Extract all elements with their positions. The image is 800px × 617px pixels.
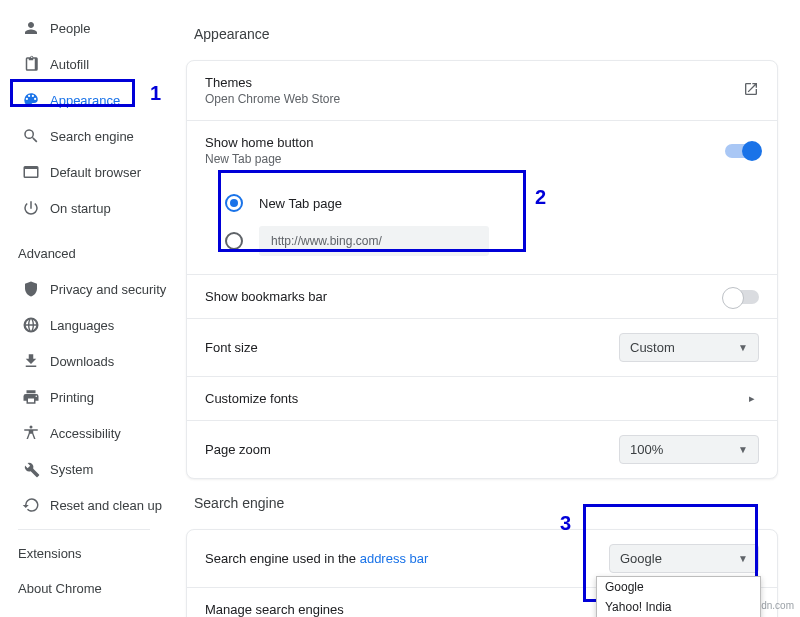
custom-url-input[interactable]: [259, 226, 489, 256]
sidebar-about[interactable]: About Chrome: [0, 571, 168, 606]
dropdown-value: Custom: [630, 340, 675, 355]
shield-icon: [22, 280, 50, 298]
radio-button[interactable]: [225, 232, 243, 250]
section-title-search-engine: Search engine: [186, 479, 778, 529]
row-sublabel: New Tab page: [205, 152, 725, 166]
sidebar-item-label: System: [50, 462, 93, 477]
sidebar-item-label: Languages: [50, 318, 114, 333]
sidebar-item-label: On startup: [50, 201, 111, 216]
home-button-radio-group: New Tab page: [187, 180, 777, 275]
sidebar-item-reset[interactable]: Reset and clean up: [0, 487, 168, 523]
browser-icon: [22, 163, 50, 181]
radio-label: New Tab page: [259, 196, 342, 211]
clipboard-icon: [22, 55, 50, 73]
sidebar-item-label: Printing: [50, 390, 94, 405]
download-icon: [22, 352, 50, 370]
palette-icon: [22, 91, 50, 109]
section-title-appearance: Appearance: [186, 10, 778, 60]
radio-custom-url-row[interactable]: [225, 222, 759, 260]
radio-new-tab-row[interactable]: New Tab page: [225, 184, 759, 222]
power-icon: [22, 199, 50, 217]
sidebar-item-label: Appearance: [50, 93, 120, 108]
wrench-icon: [22, 460, 50, 478]
search-engine-dropdown[interactable]: Google ▼: [609, 544, 759, 573]
chevron-down-icon: ▼: [738, 342, 748, 353]
sidebar-advanced-label[interactable]: Advanced: [0, 226, 168, 271]
chevron-down-icon: ▼: [738, 444, 748, 455]
row-label: Show bookmarks bar: [205, 289, 725, 304]
dropdown-value: 100%: [630, 442, 663, 457]
font-size-row: Font size Custom ▼: [187, 319, 777, 377]
home-button-row: Show home button New Tab page: [187, 121, 777, 180]
row-sublabel: Open Chrome Web Store: [205, 92, 743, 106]
restore-icon: [22, 496, 50, 514]
font-size-dropdown[interactable]: Custom ▼: [619, 333, 759, 362]
home-button-toggle[interactable]: [725, 144, 759, 158]
sidebar-item-default-browser[interactable]: Default browser: [0, 154, 168, 190]
bookmarks-toggle[interactable]: [725, 290, 759, 304]
sidebar-item-label: People: [50, 21, 90, 36]
accessibility-icon: [22, 424, 50, 442]
address-bar-link[interactable]: address bar: [360, 551, 429, 566]
sidebar-extensions[interactable]: Extensions: [0, 536, 168, 571]
sidebar-item-appearance[interactable]: Appearance: [0, 82, 168, 118]
sidebar-item-label: Search engine: [50, 129, 134, 144]
dropdown-option[interactable]: Google: [597, 577, 760, 597]
settings-sidebar: People Autofill Appearance Search engine…: [0, 0, 168, 617]
open-external-icon: [743, 81, 759, 100]
main-content: Appearance Themes Open Chrome Web Store …: [168, 0, 800, 617]
sidebar-item-label: Accessibility: [50, 426, 121, 441]
sidebar-item-printing[interactable]: Printing: [0, 379, 168, 415]
search-engine-dropdown-menu: Google Yahoo! India Bing DuckDuckGo: [596, 576, 761, 617]
row-label: Customize fonts: [205, 391, 749, 406]
chevron-right-icon: ▸: [749, 392, 759, 405]
sidebar-item-label: Autofill: [50, 57, 89, 72]
print-icon: [22, 388, 50, 406]
customize-fonts-row[interactable]: Customize fonts ▸: [187, 377, 777, 421]
row-label: Page zoom: [205, 442, 619, 457]
radio-button[interactable]: [225, 194, 243, 212]
search-engine-row: Search engine used in the address bar Go…: [187, 530, 777, 588]
row-label-prefix: Search engine used in the: [205, 551, 360, 566]
dropdown-value: Google: [620, 551, 662, 566]
chevron-down-icon: ▼: [738, 553, 748, 564]
sidebar-item-accessibility[interactable]: Accessibility: [0, 415, 168, 451]
row-label: Show home button: [205, 135, 725, 150]
globe-icon: [22, 316, 50, 334]
divider: [18, 529, 150, 530]
sidebar-item-label: Reset and clean up: [50, 498, 162, 513]
page-zoom-dropdown[interactable]: 100% ▼: [619, 435, 759, 464]
sidebar-item-search-engine[interactable]: Search engine: [0, 118, 168, 154]
sidebar-item-downloads[interactable]: Downloads: [0, 343, 168, 379]
sidebar-item-system[interactable]: System: [0, 451, 168, 487]
sidebar-item-on-startup[interactable]: On startup: [0, 190, 168, 226]
sidebar-item-label: Privacy and security: [50, 282, 166, 297]
row-label: Themes: [205, 75, 743, 90]
search-icon: [22, 127, 50, 145]
dropdown-option[interactable]: Yahoo! India: [597, 597, 760, 617]
page-zoom-row: Page zoom 100% ▼: [187, 421, 777, 478]
themes-row[interactable]: Themes Open Chrome Web Store: [187, 61, 777, 121]
search-engine-card: Search engine used in the address bar Go…: [186, 529, 778, 617]
sidebar-item-languages[interactable]: Languages: [0, 307, 168, 343]
sidebar-item-people[interactable]: People: [0, 10, 168, 46]
sidebar-item-label: Downloads: [50, 354, 114, 369]
sidebar-item-label: Default browser: [50, 165, 141, 180]
sidebar-item-autofill[interactable]: Autofill: [0, 46, 168, 82]
sidebar-item-privacy[interactable]: Privacy and security: [0, 271, 168, 307]
row-label: Font size: [205, 340, 619, 355]
appearance-card: Themes Open Chrome Web Store Show home b…: [186, 60, 778, 479]
person-icon: [22, 19, 50, 37]
bookmarks-row: Show bookmarks bar: [187, 275, 777, 319]
